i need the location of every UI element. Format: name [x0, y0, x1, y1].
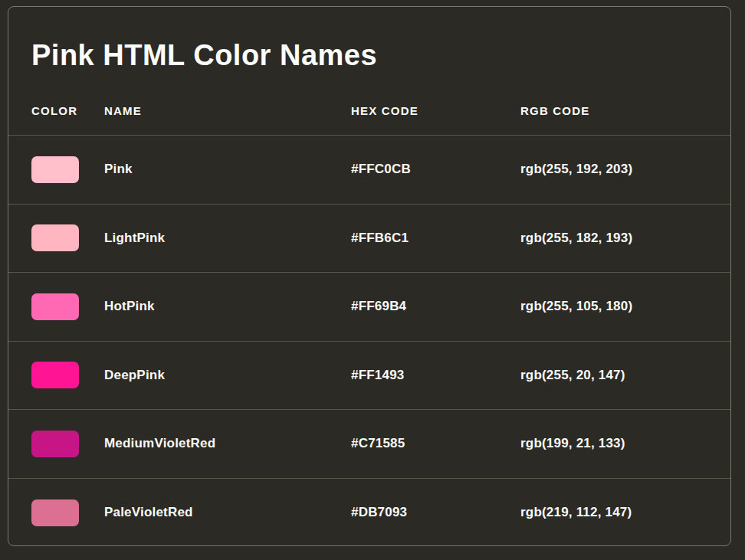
color-name: LightPink: [104, 231, 351, 246]
table-row: HotPink #FF69B4 rgb(255, 105, 180): [8, 273, 730, 342]
color-table-card: Pink HTML Color Names COLOR NAME HEX COD…: [8, 6, 731, 546]
rgb-code: rgb(199, 21, 133): [520, 436, 707, 451]
color-name: MediumVioletRed: [104, 436, 351, 451]
color-name: HotPink: [104, 299, 351, 314]
table-row: LightPink #FFB6C1 rgb(255, 182, 193): [8, 205, 730, 273]
table-row: Pink #FFC0CB rgb(255, 192, 203): [8, 136, 730, 205]
color-name: Pink: [104, 162, 351, 177]
swatch-cell: [31, 431, 104, 457]
table-header-row: COLOR NAME HEX CODE RGB CODE: [31, 104, 707, 117]
swatch-cell: [31, 156, 104, 183]
rgb-code: rgb(255, 20, 147): [520, 368, 707, 383]
swatch-cell: [31, 499, 104, 526]
column-header-name: NAME: [104, 104, 351, 117]
table-row: DeepPink #FF1493 rgb(255, 20, 147): [8, 342, 730, 411]
hex-code: #FF69B4: [351, 299, 520, 314]
color-swatch: [31, 499, 79, 526]
column-header-hex: HEX CODE: [351, 104, 520, 117]
hex-code: #FFB6C1: [351, 231, 520, 246]
color-name: PaleVioletRed: [104, 505, 351, 520]
card-header: Pink HTML Color Names COLOR NAME HEX COD…: [8, 7, 730, 136]
color-swatch: [31, 224, 79, 251]
rgb-code: rgb(219, 112, 147): [520, 505, 707, 520]
hex-code: #FF1493: [351, 368, 520, 383]
column-header-rgb: RGB CODE: [520, 104, 707, 117]
column-header-color: COLOR: [31, 104, 104, 117]
table-row: MediumVioletRed #C71585 rgb(199, 21, 133…: [8, 410, 730, 479]
swatch-cell: [31, 224, 104, 251]
color-swatch: [31, 431, 79, 457]
color-name: DeepPink: [104, 368, 351, 383]
page-title: Pink HTML Color Names: [31, 38, 707, 73]
rgb-code: rgb(255, 192, 203): [520, 162, 707, 177]
hex-code: #DB7093: [351, 505, 520, 520]
table-body: Pink #FFC0CB rgb(255, 192, 203) LightPin…: [8, 136, 730, 547]
color-swatch: [31, 156, 79, 183]
color-swatch: [31, 293, 79, 320]
rgb-code: rgb(255, 182, 193): [520, 231, 707, 246]
color-swatch: [31, 362, 79, 388]
table-row: PaleVioletRed #DB7093 rgb(219, 112, 147): [8, 479, 730, 548]
rgb-code: rgb(255, 105, 180): [520, 299, 707, 314]
swatch-cell: [31, 293, 104, 320]
hex-code: #FFC0CB: [351, 162, 520, 177]
hex-code: #C71585: [351, 436, 520, 451]
swatch-cell: [31, 362, 104, 388]
